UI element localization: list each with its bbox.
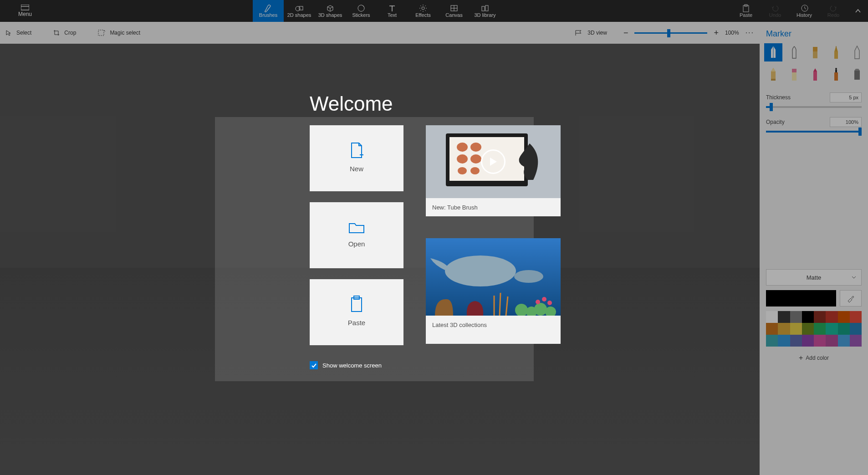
color-swatch[interactable] xyxy=(790,323,802,335)
paste-button[interactable]: Paste xyxy=(731,0,761,22)
thickness-value[interactable]: 5 px xyxy=(830,92,862,102)
brush-oil[interactable] xyxy=(806,43,824,61)
add-color-label: Add color xyxy=(806,355,829,361)
thickness-row: Thickness 5 px xyxy=(766,92,862,102)
color-swatch[interactable] xyxy=(790,335,802,347)
opacity-row: Opacity 100% xyxy=(766,117,862,127)
tool-3d-shapes[interactable]: 3D shapes xyxy=(315,0,346,22)
tool-text[interactable]: Text xyxy=(377,0,408,22)
thickness-thumb[interactable] xyxy=(770,103,773,111)
brush-fill[interactable] xyxy=(848,65,866,83)
material-select[interactable]: Matte xyxy=(766,269,862,286)
3d-view-toggle[interactable]: 3D view xyxy=(575,30,607,36)
video-caption: New: Tube Brush xyxy=(426,198,561,216)
brush-eraser[interactable] xyxy=(785,65,803,83)
color-swatch[interactable] xyxy=(814,323,826,335)
tool-canvas[interactable]: Canvas xyxy=(439,0,470,22)
zoom-slider-thumb[interactable] xyxy=(667,29,670,37)
ribbon-tools: Brushes 2D shapes 3D shapes Stickers Tex… xyxy=(253,0,500,22)
tool-3d-label: 3D shapes xyxy=(318,12,342,18)
color-swatch[interactable] xyxy=(802,323,814,335)
tool-stickers[interactable]: Stickers xyxy=(346,0,377,22)
open-icon xyxy=(347,220,366,235)
svg-rect-30 xyxy=(835,70,837,72)
tool-3d-library[interactable]: 3D library xyxy=(470,0,500,22)
welcome-new-label: New xyxy=(350,165,363,173)
color-swatch[interactable] xyxy=(766,311,778,323)
brush-crayon[interactable] xyxy=(806,65,824,83)
svg-rect-29 xyxy=(834,72,838,81)
menu-button[interactable]: Menu xyxy=(0,0,50,22)
video-thumbnail xyxy=(426,125,561,198)
welcome-paste-card[interactable]: Paste xyxy=(310,279,403,345)
brush-watercolor[interactable] xyxy=(827,43,845,61)
color-swatch[interactable] xyxy=(850,311,862,323)
magic-select-tool[interactable]: Magic select xyxy=(98,30,140,36)
current-color[interactable] xyxy=(766,290,836,306)
welcome-open-card[interactable]: Open xyxy=(310,202,403,268)
color-swatch[interactable] xyxy=(802,335,814,347)
color-swatch[interactable] xyxy=(778,323,790,335)
welcome-3d-card[interactable]: Latest 3D collections xyxy=(426,238,561,344)
opacity-slider[interactable] xyxy=(766,131,862,133)
tool-brushes-label: Brushes xyxy=(259,12,277,18)
color-swatch[interactable] xyxy=(838,311,850,323)
eyedropper-button[interactable] xyxy=(840,290,862,306)
color-swatch[interactable] xyxy=(850,323,862,335)
library3d-icon xyxy=(480,4,490,12)
brush-marker[interactable] xyxy=(764,43,782,61)
tool-2d-shapes[interactable]: 2D shapes xyxy=(284,0,315,22)
color-swatch[interactable] xyxy=(838,335,850,347)
color-swatch[interactable] xyxy=(850,335,862,347)
collapse-panel-button[interactable] xyxy=(848,0,868,22)
welcome-video-card[interactable]: New: Tube Brush xyxy=(426,125,561,216)
color-swatch[interactable] xyxy=(790,311,802,323)
svg-point-39 xyxy=(470,143,481,152)
color-swatch[interactable] xyxy=(778,311,790,323)
tool-brushes[interactable]: Brushes xyxy=(253,0,284,22)
svg-line-11 xyxy=(425,10,426,11)
crop-icon xyxy=(53,30,60,36)
add-color-button[interactable]: + Add color xyxy=(766,351,862,365)
svg-point-31 xyxy=(835,68,837,70)
undo-button[interactable]: Undo xyxy=(761,0,790,22)
color-swatch[interactable] xyxy=(766,323,778,335)
color-swatch[interactable] xyxy=(826,335,837,347)
more-button[interactable]: ··· xyxy=(745,29,754,37)
chevron-up-icon xyxy=(854,7,862,15)
eyedropper-icon xyxy=(847,294,855,302)
tool-effects[interactable]: Effects xyxy=(408,0,439,22)
brush-spray[interactable] xyxy=(827,65,845,83)
color-swatch[interactable] xyxy=(826,323,837,335)
color-swatch[interactable] xyxy=(838,323,850,335)
color-swatch[interactable] xyxy=(814,311,826,323)
color-swatch[interactable] xyxy=(778,335,790,347)
history-label: History xyxy=(797,12,812,18)
history-button[interactable]: History xyxy=(790,0,819,22)
color-swatch[interactable] xyxy=(826,311,837,323)
welcome-new-card[interactable]: New xyxy=(310,125,403,191)
redo-button[interactable]: Redo xyxy=(819,0,848,22)
undo-label: Undo xyxy=(769,12,781,18)
zoom-value: 100% xyxy=(725,30,739,36)
color-swatch[interactable] xyxy=(766,335,778,347)
brush-pixel-pen[interactable] xyxy=(848,43,866,61)
color-swatch[interactable] xyxy=(802,311,814,323)
zoom-slider[interactable] xyxy=(634,32,707,34)
opacity-label: Opacity xyxy=(766,119,785,125)
crop-tool[interactable]: Crop xyxy=(53,30,76,36)
svg-rect-28 xyxy=(813,72,817,81)
zoom-in-button[interactable]: + xyxy=(714,28,719,38)
thickness-slider[interactable] xyxy=(766,106,862,108)
brush-calligraphy[interactable] xyxy=(785,43,803,61)
brush-pencil[interactable] xyxy=(764,65,782,83)
svg-point-52 xyxy=(534,303,547,316)
opacity-value[interactable]: 100% xyxy=(830,117,862,127)
svg-line-13 xyxy=(420,10,421,11)
zoom-out-button[interactable]: − xyxy=(623,28,628,38)
opacity-thumb[interactable] xyxy=(858,128,862,136)
play-icon xyxy=(481,149,505,174)
show-welcome-checkbox[interactable]: Show welcome screen xyxy=(310,361,382,369)
select-tool[interactable]: Select xyxy=(5,30,31,36)
color-swatch[interactable] xyxy=(814,335,826,347)
